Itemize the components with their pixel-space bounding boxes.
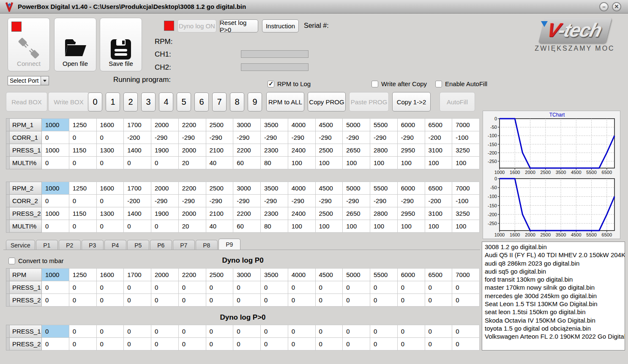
cell[interactable]: 5000 (343, 269, 370, 281)
cell[interactable]: 0 (233, 338, 261, 350)
cell[interactable]: 0 (69, 294, 96, 307)
cell[interactable]: 3100 (425, 144, 452, 157)
digit-button-1[interactable]: 1 (106, 92, 120, 111)
read-box-button[interactable]: Read BOX (6, 92, 47, 111)
cell[interactable]: 0 (288, 338, 315, 350)
cell[interactable]: 20 (178, 157, 206, 169)
tab-p6[interactable]: P6 (150, 240, 172, 250)
cell[interactable]: 2800 (370, 144, 398, 157)
cell[interactable]: 0 (69, 325, 96, 338)
row-selector[interactable] (6, 207, 10, 220)
cell[interactable]: -290 (233, 131, 261, 144)
cell[interactable]: 2500 (206, 182, 233, 195)
cell[interactable]: 4500 (315, 119, 343, 131)
file-list-item[interactable]: Audi Q5 II (FY FL) 40 TDI MHEV 2.0 150kW… (485, 251, 625, 259)
cell[interactable]: -290 (178, 131, 206, 144)
cell[interactable]: -200 (124, 131, 151, 144)
tab-p8[interactable]: P8 (196, 240, 218, 250)
cell[interactable]: 2650 (343, 207, 370, 220)
cell[interactable]: 100 (288, 220, 315, 233)
cell[interactable]: 0 (42, 325, 69, 338)
tab-p2[interactable]: P2 (59, 240, 81, 250)
cell[interactable]: 5000 (343, 182, 370, 195)
cell[interactable]: 6500 (425, 119, 452, 131)
cell[interactable]: 0 (124, 281, 151, 294)
file-list-item[interactable]: seat leon 1.5tsi 150km go digital.bin (485, 308, 625, 316)
cell[interactable]: 1150 (69, 207, 96, 220)
cell[interactable]: 0 (397, 281, 425, 294)
cell[interactable]: 0 (151, 325, 179, 338)
rpm-to-log-checkbox[interactable]: RPM to Log (268, 80, 311, 87)
cell[interactable]: 2000 (151, 269, 179, 281)
cell[interactable]: -200 (124, 195, 151, 207)
cell[interactable]: -290 (397, 195, 425, 207)
close-button[interactable]: ✕ (612, 2, 621, 11)
cell[interactable]: 100 (343, 220, 370, 233)
rpm-to-all-button[interactable]: RPM to ALL (266, 92, 304, 111)
cell[interactable]: 0 (151, 157, 179, 169)
cell[interactable]: 4500 (315, 182, 343, 195)
cell[interactable]: 100 (315, 157, 343, 169)
cell[interactable]: 100 (370, 220, 398, 233)
tab-service[interactable]: Service (6, 240, 35, 250)
cell[interactable]: 4000 (288, 269, 315, 281)
file-list-item[interactable]: Volkswagen Arteon FL 2.0 190KM 2022 Go D… (485, 332, 625, 340)
cell[interactable]: 2000 (151, 119, 179, 131)
cell[interactable]: 0 (96, 281, 124, 294)
cell[interactable]: 2100 (206, 144, 233, 157)
cell[interactable]: 0 (96, 325, 124, 338)
cell[interactable]: 6000 (397, 119, 425, 131)
cell[interactable]: 1300 (96, 207, 124, 220)
cell[interactable]: 0 (69, 195, 96, 207)
cell[interactable]: 1900 (151, 144, 179, 157)
cell[interactable]: 2200 (233, 144, 261, 157)
cell[interactable]: 7000 (452, 269, 480, 281)
cell[interactable]: 0 (151, 220, 179, 233)
tab-p1[interactable]: P1 (36, 240, 58, 250)
cell[interactable]: 40 (206, 220, 233, 233)
file-list-item[interactable]: ford transit 130km go digital.bin (485, 275, 625, 283)
cell[interactable]: 0 (178, 338, 206, 350)
cell[interactable]: 100 (288, 157, 315, 169)
cell[interactable]: 0 (124, 294, 151, 307)
cell[interactable]: 100 (425, 157, 452, 169)
cell[interactable]: 0 (151, 281, 179, 294)
cell[interactable]: -290 (315, 131, 343, 144)
cell[interactable]: 100 (425, 220, 452, 233)
copy-1-to-2-button[interactable]: Copy 1->2 (392, 92, 431, 111)
open-file-button[interactable]: Open file (54, 18, 96, 71)
cell[interactable]: 5500 (370, 269, 398, 281)
tab-p7[interactable]: P7 (173, 240, 195, 250)
row-selector[interactable] (6, 195, 10, 207)
reset-log-button[interactable]: Reset log P>0 (219, 19, 258, 33)
cell[interactable]: 0 (452, 281, 480, 294)
row-selector[interactable] (6, 269, 10, 281)
save-file-button[interactable]: Save file (100, 18, 142, 71)
cell[interactable]: 1600 (96, 119, 124, 131)
cell[interactable]: 0 (96, 195, 124, 207)
row-selector[interactable] (6, 157, 10, 169)
cell[interactable]: 4000 (288, 182, 315, 195)
cell[interactable]: 2400 (288, 207, 315, 220)
cell[interactable]: 1600 (96, 182, 124, 195)
digit-button-9[interactable]: 9 (248, 92, 262, 111)
cell[interactable]: -290 (370, 131, 398, 144)
row-selector[interactable] (6, 182, 10, 195)
cell[interactable]: 0 (315, 325, 343, 338)
cell[interactable]: 1400 (124, 144, 151, 157)
enable-autofill-checkbox[interactable]: Enable AutoFill (435, 80, 487, 87)
cell[interactable]: 3500 (261, 269, 288, 281)
cell[interactable]: 1900 (151, 207, 179, 220)
cell[interactable]: -290 (261, 195, 288, 207)
cell[interactable]: 2300 (261, 207, 288, 220)
cell[interactable]: 3000 (233, 269, 261, 281)
cell[interactable]: 0 (233, 325, 261, 338)
cell[interactable]: 0 (42, 131, 69, 144)
cell[interactable]: 1300 (96, 144, 124, 157)
row-selector[interactable] (6, 144, 10, 157)
row-selector[interactable] (6, 131, 10, 144)
cell[interactable]: 0 (69, 281, 96, 294)
cell[interactable]: 0 (397, 325, 425, 338)
cell[interactable]: 0 (452, 325, 480, 338)
cell[interactable]: 0 (69, 131, 96, 144)
